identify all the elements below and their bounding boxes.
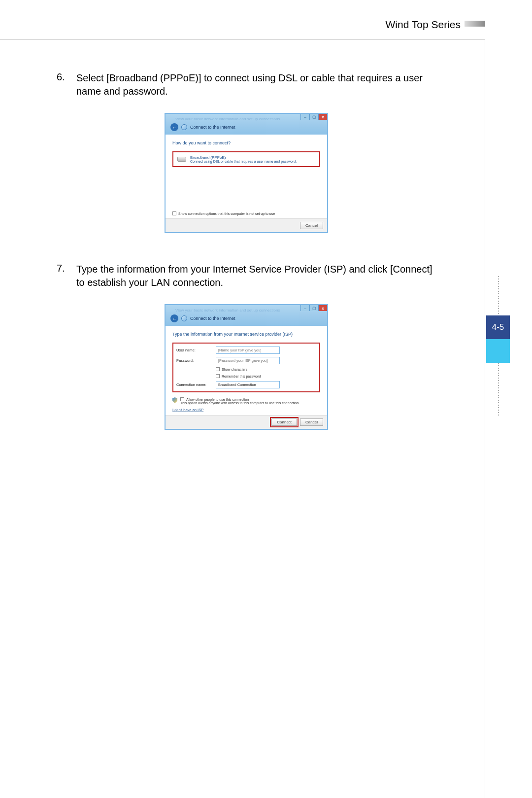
back-arrow-icon[interactable]: ←	[170, 314, 178, 322]
step-text: Select [Broadband (PPPoE)] to connect us…	[76, 71, 436, 98]
dialog-heading: Type the information from your Internet …	[172, 332, 320, 337]
option-text: Broadband (PPPoE) Connect using DSL or c…	[190, 155, 297, 163]
show-chars-row: Show characters	[216, 367, 316, 371]
remember-row: Remember this password	[216, 374, 316, 378]
cancel-button[interactable]: Cancel	[300, 222, 323, 229]
password-input[interactable]	[216, 357, 280, 364]
dialog-heading: How do you want to connect?	[172, 140, 320, 145]
remember-label: Remember this password	[222, 375, 261, 378]
minimize-button[interactable]: –	[300, 305, 309, 311]
connect-dialog-1: – ▢ x View your basic network informatio…	[165, 113, 328, 233]
modem-icon	[177, 157, 186, 162]
breadcrumb-label: Connect to the Internet	[190, 125, 235, 130]
allow-others-label: Allow other people to use this connectio…	[186, 398, 249, 401]
show-options-label: Show connection options that this comput…	[178, 212, 275, 215]
dialog-body: Type the information from your Internet …	[166, 326, 327, 415]
dialog-footer: Cancel	[166, 218, 327, 232]
password-label: Password:	[176, 358, 213, 363]
close-button[interactable]: x	[318, 305, 327, 311]
breadcrumb-row: ← Connect to the Internet	[168, 313, 324, 323]
header-decoration	[465, 21, 485, 27]
option-title: Broadband (PPPoE)	[190, 155, 297, 160]
dialog-titlebar: – ▢ x View your basic network informatio…	[166, 114, 327, 135]
minimize-button[interactable]: –	[300, 114, 309, 120]
option-subtitle: Connect using DSL or cable that requires…	[190, 160, 297, 163]
step-text: Type the information from your Internet …	[76, 263, 436, 289]
show-options-checkbox[interactable]	[172, 211, 176, 215]
allow-others-sub: This option allows anyone with access to…	[180, 401, 299, 405]
dialog-footer: Connect Cancel	[166, 415, 327, 429]
close-button[interactable]: x	[318, 114, 327, 120]
dialog-titlebar: – ▢ x View your basic network informatio…	[166, 305, 327, 326]
cancel-button[interactable]: Cancel	[300, 418, 323, 426]
window-controls: – ▢ x	[300, 114, 327, 120]
dotted-line-icon	[498, 276, 499, 315]
isp-form: User name: Password: Show characters Rem…	[172, 343, 320, 392]
show-options-row: Show connection options that this comput…	[172, 211, 320, 215]
username-input[interactable]	[216, 347, 280, 354]
connect-button[interactable]: Connect	[271, 418, 297, 426]
maximize-button[interactable]: ▢	[309, 305, 318, 311]
maximize-button[interactable]: ▢	[309, 114, 318, 120]
remember-checkbox[interactable]	[216, 374, 220, 378]
step-7: 7. Type the information from your Intern…	[57, 263, 436, 289]
allow-others-checkbox[interactable]	[180, 397, 184, 401]
allow-others-block: Allow other people to use this connectio…	[172, 397, 320, 405]
connection-name-label: Connection name:	[176, 382, 213, 387]
breadcrumb-label: Connect to the Internet	[190, 316, 235, 321]
step-6: 6. Select [Broadband (PPPoE)] to connect…	[57, 71, 436, 98]
no-isp-link[interactable]: I don't have an ISP	[172, 408, 320, 412]
broadband-option[interactable]: Broadband (PPPoE) Connect using DSL or c…	[172, 151, 320, 167]
network-icon	[181, 315, 187, 321]
content-area: 6. Select [Broadband (PPPoE)] to connect…	[57, 71, 436, 459]
window-controls: – ▢ x	[300, 305, 327, 311]
network-icon	[181, 124, 187, 130]
page-title: Wind Top Series	[385, 19, 461, 31]
show-chars-checkbox[interactable]	[216, 367, 220, 371]
connection-name-input[interactable]	[216, 381, 280, 388]
connect-dialog-2: – ▢ x View your basic network informatio…	[165, 304, 328, 430]
back-arrow-icon[interactable]: ←	[170, 123, 178, 131]
page-accent-tab	[486, 339, 510, 363]
dotted-line-icon	[498, 363, 499, 417]
step-number: 7.	[57, 263, 76, 289]
shield-icon	[172, 397, 177, 403]
username-label: User name:	[176, 348, 213, 352]
page-tab-column: 4-5	[486, 276, 510, 417]
dialog-body: How do you want to connect? Broadband (P…	[166, 135, 327, 218]
breadcrumb-row: ← Connect to the Internet	[168, 122, 324, 132]
show-chars-label: Show characters	[222, 368, 247, 371]
step-number: 6.	[57, 71, 76, 98]
page-number-tab: 4-5	[486, 315, 510, 339]
